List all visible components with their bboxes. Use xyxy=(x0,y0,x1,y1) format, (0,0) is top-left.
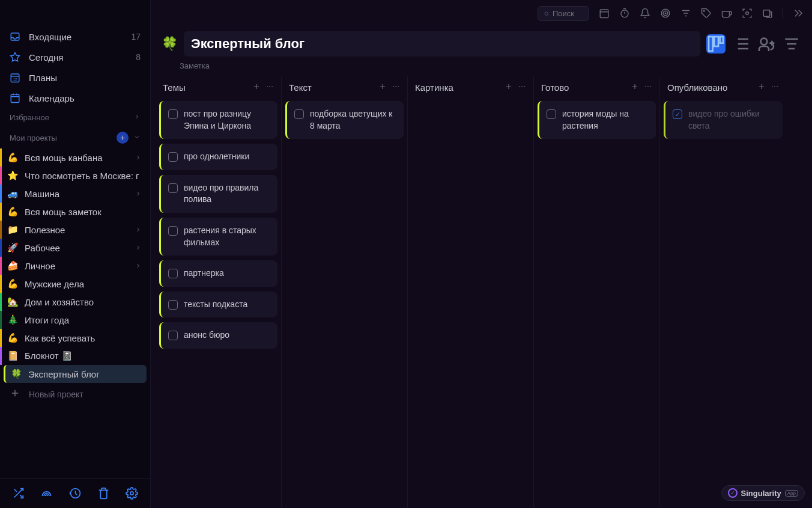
rainbow-icon[interactable] xyxy=(40,487,53,500)
sidebar-project-item[interactable]: 🏡 Дом и хозяйство xyxy=(0,293,150,311)
column-name[interactable]: Готово xyxy=(541,82,626,93)
board-column: Готово история моды на растения xyxy=(534,76,660,508)
note-link[interactable]: Заметка xyxy=(151,61,812,76)
column-header: Текст xyxy=(284,76,405,99)
share-button[interactable] xyxy=(757,34,776,54)
kanban-card[interactable]: видео про правила полива xyxy=(159,175,277,213)
card-checkbox[interactable] xyxy=(168,331,178,340)
project-emoji: ⭐ xyxy=(7,170,19,181)
nav-plans[interactable]: 12 Планы xyxy=(0,67,150,88)
search-box[interactable] xyxy=(538,6,589,21)
chevron-right-icon xyxy=(135,225,142,235)
kanban-card[interactable]: тексты подкаста xyxy=(159,292,277,318)
history-icon[interactable] xyxy=(69,487,82,500)
svg-text:12: 12 xyxy=(13,78,17,81)
kanban-card[interactable]: пост про разницу Эпина и Циркона xyxy=(159,101,277,139)
column-header: Темы xyxy=(158,76,279,99)
new-project-label: Новый проект xyxy=(29,390,83,399)
shuffle-icon[interactable] xyxy=(12,487,25,500)
svg-rect-16 xyxy=(720,37,723,43)
search-input[interactable] xyxy=(553,9,583,18)
more-options-button[interactable] xyxy=(782,34,801,54)
card-checkbox[interactable] xyxy=(168,226,178,236)
add-card-button[interactable] xyxy=(252,82,261,93)
project-label: Блокнот 📓 xyxy=(25,350,142,361)
view-kanban-button[interactable] xyxy=(706,34,726,54)
sidebar-project-item[interactable]: 💪 Мужские дела xyxy=(0,275,150,293)
card-checkbox[interactable] xyxy=(168,269,178,278)
trash-icon[interactable] xyxy=(97,487,110,500)
kanban-card[interactable]: про однолетники xyxy=(159,144,277,170)
project-label: Вся мощь канбана xyxy=(25,153,129,163)
add-project-button[interactable]: + xyxy=(117,132,129,144)
view-list-button[interactable] xyxy=(732,34,751,54)
nav-calendar[interactable]: Календарь xyxy=(0,88,150,108)
card-checkbox[interactable] xyxy=(168,183,178,193)
add-card-button[interactable] xyxy=(378,82,387,93)
sidebar-project-item[interactable]: 🚙 Машина xyxy=(0,185,150,203)
brand-badge[interactable]: Singularity App xyxy=(721,485,805,501)
kanban-card[interactable]: история моды на растения xyxy=(538,101,656,139)
kanban-card[interactable]: партнерка xyxy=(159,260,277,287)
new-project-button[interactable]: Новый проект xyxy=(0,383,150,405)
settings-icon[interactable] xyxy=(126,487,138,500)
column-more-icon[interactable] xyxy=(265,82,274,93)
focus-icon[interactable] xyxy=(742,8,753,19)
column-more-icon[interactable] xyxy=(392,82,400,93)
sidebar-project-item[interactable]: 💪 Как всё успевать xyxy=(0,329,150,347)
column-name[interactable]: Картинка xyxy=(415,82,500,93)
sidebar-project-item[interactable]: 🍰 Личное xyxy=(0,257,150,275)
card-checkbox[interactable] xyxy=(168,109,178,119)
coffee-icon[interactable] xyxy=(721,8,732,19)
card-checkbox[interactable] xyxy=(673,109,682,119)
nav-inbox[interactable]: Входящие 17 xyxy=(0,26,150,47)
column-more-icon[interactable] xyxy=(644,82,652,93)
kanban-card[interactable]: видео про ошибки света xyxy=(664,101,783,139)
sidebar-project-item[interactable]: ⭐ Что посмотреть в Москве: г xyxy=(0,167,150,185)
card-checkbox[interactable] xyxy=(294,109,304,119)
project-emoji[interactable]: 🍀 xyxy=(162,36,178,52)
sidebar-project-item[interactable]: 💪 Вся мощь канбана xyxy=(0,148,150,167)
add-card-button[interactable] xyxy=(504,82,513,93)
column-name[interactable]: Темы xyxy=(163,82,247,93)
timer-icon[interactable] xyxy=(619,8,630,19)
calendar-icon[interactable] xyxy=(599,8,610,19)
sidebar-project-item[interactable]: 📔 Блокнот 📓 xyxy=(0,347,150,365)
filter-icon[interactable] xyxy=(680,8,691,19)
expand-icon[interactable] xyxy=(793,8,804,19)
brand-tag: App xyxy=(785,490,798,497)
column-more-icon[interactable] xyxy=(518,82,526,93)
add-card-button[interactable] xyxy=(757,82,766,93)
card-title: партнерка xyxy=(184,268,224,280)
nav-today[interactable]: Сегодня 8 xyxy=(0,47,150,67)
card-checkbox[interactable] xyxy=(168,300,178,310)
kanban-card[interactable]: анонс бюро xyxy=(159,322,277,349)
new-window-icon[interactable] xyxy=(762,8,773,19)
project-title-input[interactable] xyxy=(184,31,700,57)
card-checkbox[interactable] xyxy=(547,109,556,119)
tag-icon[interactable] xyxy=(701,8,712,19)
section-label: Мои проекты xyxy=(10,133,57,142)
target-icon[interactable] xyxy=(660,8,671,19)
section-projects[interactable]: Мои проекты + xyxy=(0,127,150,148)
sidebar-project-item[interactable]: 💪 Вся мощь заметок xyxy=(0,203,150,221)
sidebar-project-item[interactable]: 🚀 Рабочее xyxy=(0,239,150,257)
column-name[interactable]: Опубликовано xyxy=(667,82,753,93)
add-card-button[interactable] xyxy=(631,82,639,93)
sidebar-project-item[interactable]: 📁 Полезное xyxy=(0,221,150,239)
svg-point-4 xyxy=(130,492,133,495)
section-favorites[interactable]: Избранное xyxy=(0,108,150,127)
svg-point-18 xyxy=(267,86,268,87)
sidebar-project-item[interactable]: 🍀 Экспертный блог xyxy=(4,365,147,383)
kanban-card[interactable]: подборка цветущих к 8 марта xyxy=(285,101,404,139)
sidebar-project-item[interactable]: 🎄 Итоги года xyxy=(0,311,150,329)
column-name[interactable]: Текст xyxy=(289,82,374,93)
project-emoji: 💪 xyxy=(7,152,19,163)
card-checkbox[interactable] xyxy=(168,152,178,162)
project-label: Машина xyxy=(25,189,129,199)
column-header: Опубликовано xyxy=(662,76,784,99)
column-more-icon[interactable] xyxy=(771,82,779,93)
kanban-card[interactable]: растения в старых фильмах xyxy=(159,218,277,256)
bell-icon[interactable] xyxy=(640,8,650,19)
project-emoji: 🏡 xyxy=(7,296,19,307)
